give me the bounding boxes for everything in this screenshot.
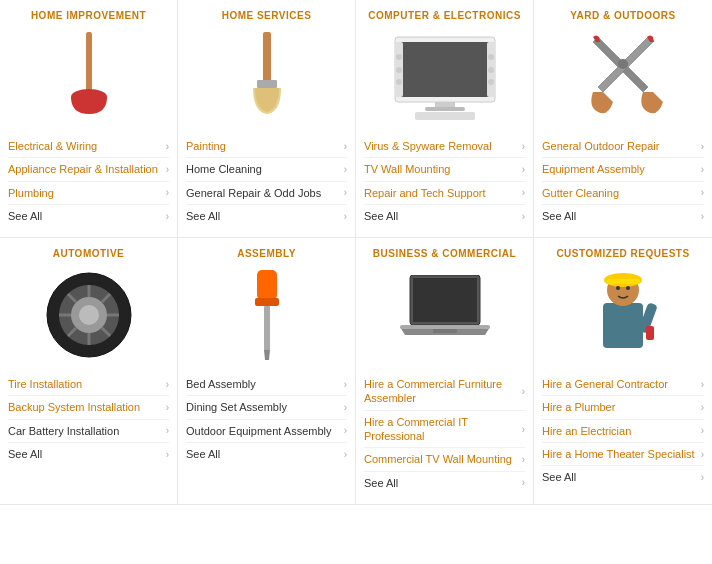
category-customized-requests: CUSTOMIZED REQUESTSHire a General Contra…: [534, 238, 712, 505]
category-image-business-commercial: [364, 265, 525, 365]
chevron-right-icon: ›: [344, 187, 347, 198]
list-item[interactable]: Car Battery Installation›: [8, 420, 169, 443]
category-yard-outdoors: YARD & OUTDOORSGeneral Outdoor Repair›Eq…: [534, 0, 712, 238]
chevron-right-icon: ›: [701, 164, 704, 175]
chevron-right-icon: ›: [344, 164, 347, 175]
list-item[interactable]: Painting›: [186, 135, 347, 158]
list-item[interactable]: Hire an Electrician›: [542, 420, 704, 443]
list-item[interactable]: Tire Installation›: [8, 373, 169, 396]
category-title-assembly: ASSEMBLY: [186, 248, 347, 259]
list-item[interactable]: Equipment Assembly›: [542, 158, 704, 181]
list-item[interactable]: Repair and Tech Support›: [364, 182, 525, 205]
list-item[interactable]: See All›: [186, 443, 347, 465]
chevron-right-icon: ›: [522, 477, 525, 488]
item-label: See All: [542, 470, 697, 484]
chevron-right-icon: ›: [166, 379, 169, 390]
list-item[interactable]: TV Wall Mounting›: [364, 158, 525, 181]
list-item[interactable]: See All›: [186, 205, 347, 227]
item-list-customized-requests: Hire a General Contractor›Hire a Plumber…: [542, 373, 704, 488]
category-business-commercial: BUSINESS & COMMERCIALHire a Commercial F…: [356, 238, 534, 505]
item-label: TV Wall Mounting: [364, 162, 518, 176]
chevron-right-icon: ›: [701, 402, 704, 413]
category-title-automotive: AUTOMOTIVE: [8, 248, 169, 259]
chevron-right-icon: ›: [344, 211, 347, 222]
item-label: Repair and Tech Support: [364, 186, 518, 200]
chevron-right-icon: ›: [522, 454, 525, 465]
chevron-right-icon: ›: [166, 402, 169, 413]
list-item[interactable]: Hire a Commercial Furniture Assembler›: [364, 373, 525, 411]
item-list-automotive: Tire Installation›Backup System Installa…: [8, 373, 169, 465]
item-label: See All: [8, 447, 162, 461]
chevron-right-icon: ›: [701, 379, 704, 390]
chevron-right-icon: ›: [701, 472, 704, 483]
category-image-automotive: [8, 265, 169, 365]
list-item[interactable]: General Repair & Odd Jobs›: [186, 182, 347, 205]
chevron-right-icon: ›: [522, 187, 525, 198]
category-title-computer-electronics: COMPUTER & ELECTRONICS: [364, 10, 525, 21]
chevron-right-icon: ›: [166, 425, 169, 436]
category-automotive: AUTOMOTIVETire Installation›Backup Syste…: [0, 238, 178, 505]
list-item[interactable]: Hire a Plumber›: [542, 396, 704, 419]
list-item[interactable]: See All›: [364, 205, 525, 227]
list-item[interactable]: Hire a Home Theater Specialist›: [542, 443, 704, 466]
list-item[interactable]: See All›: [8, 205, 169, 227]
item-label: Equipment Assembly: [542, 162, 697, 176]
chevron-right-icon: ›: [344, 141, 347, 152]
item-label: Bed Assembly: [186, 377, 340, 391]
list-item[interactable]: See All›: [542, 205, 704, 227]
item-list-assembly: Bed Assembly›Dining Set Assembly›Outdoor…: [186, 373, 347, 465]
list-item[interactable]: Home Cleaning›: [186, 158, 347, 181]
list-item[interactable]: Backup System Installation›: [8, 396, 169, 419]
category-image-computer-electronics: [364, 27, 525, 127]
chevron-right-icon: ›: [522, 424, 525, 435]
chevron-right-icon: ›: [166, 187, 169, 198]
category-home-improvement: HOME IMPROVEMENTElectrical & Wiring›Appl…: [0, 0, 178, 238]
item-label: Hire a Commercial Furniture Assembler: [364, 377, 518, 406]
list-item[interactable]: Hire a Commercial IT Professional›: [364, 411, 525, 449]
list-item[interactable]: Commercial TV Wall Mounting›: [364, 448, 525, 471]
list-item[interactable]: See All›: [364, 472, 525, 494]
category-image-home-improvement: [8, 27, 169, 127]
item-label: Home Cleaning: [186, 162, 340, 176]
list-item[interactable]: Outdoor Equipment Assembly›: [186, 420, 347, 443]
list-item[interactable]: See All›: [8, 443, 169, 465]
category-title-yard-outdoors: YARD & OUTDOORS: [542, 10, 704, 21]
item-label: See All: [542, 209, 697, 223]
item-label: Car Battery Installation: [8, 424, 162, 438]
chevron-right-icon: ›: [166, 211, 169, 222]
item-label: Electrical & Wiring: [8, 139, 162, 153]
category-title-home-improvement: HOME IMPROVEMENT: [8, 10, 169, 21]
item-label: Hire a Plumber: [542, 400, 697, 414]
item-label: See All: [186, 209, 340, 223]
item-label: Virus & Spyware Removal: [364, 139, 518, 153]
chevron-right-icon: ›: [701, 141, 704, 152]
chevron-right-icon: ›: [522, 211, 525, 222]
category-image-customized-requests: [542, 265, 704, 365]
chevron-right-icon: ›: [166, 141, 169, 152]
chevron-right-icon: ›: [344, 449, 347, 460]
item-list-yard-outdoors: General Outdoor Repair›Equipment Assembl…: [542, 135, 704, 227]
chevron-right-icon: ›: [701, 187, 704, 198]
list-item[interactable]: Plumbing›: [8, 182, 169, 205]
item-list-home-improvement: Electrical & Wiring›Appliance Repair & I…: [8, 135, 169, 227]
list-item[interactable]: See All›: [542, 466, 704, 488]
item-label: See All: [8, 209, 162, 223]
item-label: Backup System Installation: [8, 400, 162, 414]
item-label: Commercial TV Wall Mounting: [364, 452, 518, 466]
category-grid: HOME IMPROVEMENTElectrical & Wiring›Appl…: [0, 0, 712, 505]
list-item[interactable]: Dining Set Assembly›: [186, 396, 347, 419]
chevron-right-icon: ›: [522, 386, 525, 397]
chevron-right-icon: ›: [701, 425, 704, 436]
list-item[interactable]: Bed Assembly›: [186, 373, 347, 396]
item-label: See All: [364, 209, 518, 223]
list-item[interactable]: Virus & Spyware Removal›: [364, 135, 525, 158]
item-label: Hire a General Contractor: [542, 377, 697, 391]
list-item[interactable]: Hire a General Contractor›: [542, 373, 704, 396]
list-item[interactable]: Electrical & Wiring›: [8, 135, 169, 158]
list-item[interactable]: General Outdoor Repair›: [542, 135, 704, 158]
list-item[interactable]: Gutter Cleaning›: [542, 182, 704, 205]
list-item[interactable]: Appliance Repair & Installation›: [8, 158, 169, 181]
category-title-business-commercial: BUSINESS & COMMERCIAL: [364, 248, 525, 259]
item-label: Plumbing: [8, 186, 162, 200]
item-label: Painting: [186, 139, 340, 153]
